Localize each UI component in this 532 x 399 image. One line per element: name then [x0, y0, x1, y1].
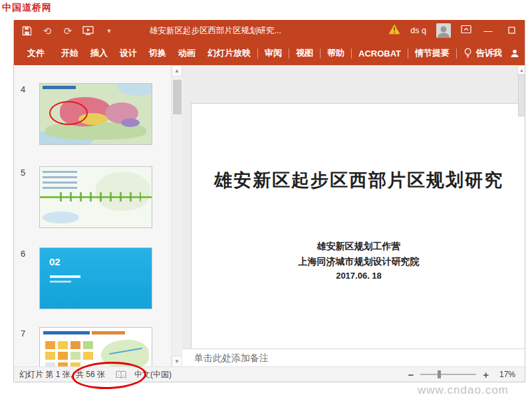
- slide-number-5: 5: [21, 168, 25, 178]
- undo-icon[interactable]: ⟲: [41, 25, 53, 37]
- art-shape: [121, 118, 140, 127]
- slide-editing-area: 雄安新区起步区西部片区规划研究 雄安新区规划工作营 上海同济城市规划设计研究院 …: [182, 65, 525, 348]
- account-name[interactable]: ds q: [410, 26, 426, 35]
- avatar[interactable]: [436, 23, 451, 38]
- slide-number-6: 6: [21, 249, 25, 259]
- tab-help[interactable]: 帮助: [321, 41, 350, 65]
- maximize-button[interactable]: [505, 26, 518, 36]
- art-shape: [96, 172, 150, 211]
- tab-slide-show[interactable]: 幻灯片放映: [201, 41, 257, 65]
- art-caption: [92, 331, 125, 334]
- slide-thumbnail-panel: 4 5 6 02 7: [14, 65, 171, 367]
- ribbon-display-options-icon[interactable]: [461, 25, 471, 37]
- status-bar: 幻灯片 第 1 张, 共 56 张 中文(中国) − + 17%: [14, 366, 525, 382]
- tab-separator: [408, 49, 408, 59]
- spellcheck-icon[interactable]: [116, 370, 126, 379]
- minimize-button[interactable]: —: [481, 26, 495, 36]
- notes-pane[interactable]: 单击此处添加备注: [182, 348, 525, 367]
- zoom-controls: − + 17%: [408, 370, 525, 380]
- zoom-in-button[interactable]: +: [483, 370, 489, 380]
- window-title: 雄安新区起步区西部片区规划研究...: [150, 25, 281, 37]
- save-icon[interactable]: [21, 25, 33, 37]
- tab-separator: [351, 49, 352, 59]
- quick-access-toolbar: ⟲ ⟳ ▾: [14, 25, 115, 37]
- art-caption: [43, 331, 90, 334]
- share-user-icon[interactable]: [510, 49, 525, 58]
- slide-subtitle-1[interactable]: 雄安新区规划工作营: [192, 241, 525, 253]
- slide-number-4: 4: [21, 84, 25, 94]
- tab-separator: [257, 49, 258, 59]
- art-shape: [101, 340, 149, 367]
- scrollbar-thumb[interactable]: [518, 75, 525, 116]
- slide-subtitle-2[interactable]: 上海同济城市规划设计研究院: [192, 256, 525, 268]
- tab-separator: [320, 49, 321, 59]
- tab-storyboarding[interactable]: 情节提要: [409, 41, 456, 65]
- ribbon-tabs: 文件 开始 插入 设计 切换 动画 幻灯片放映 审阅 视图 帮助 ACROBAT…: [14, 41, 525, 65]
- titlebar-right-controls: ds q —: [388, 23, 525, 38]
- powerpoint-window: ⟲ ⟳ ▾ 雄安新区起步区西部片区规划研究... ds q —: [13, 20, 525, 382]
- tab-file[interactable]: 文件: [19, 41, 53, 65]
- slide-title[interactable]: 雄安新区起步区西部片区规划研究: [192, 168, 525, 192]
- art-caption: [43, 86, 76, 89]
- title-bar: ⟲ ⟳ ▾ 雄安新区起步区西部片区规划研究... ds q —: [14, 20, 525, 41]
- art-shape: [60, 192, 141, 201]
- notes-placeholder[interactable]: 单击此处添加备注: [182, 352, 269, 364]
- art-shape: [117, 83, 152, 96]
- annotation-ring: [49, 101, 88, 125]
- tab-transitions[interactable]: 切换: [143, 41, 172, 65]
- tab-insert[interactable]: 插入: [84, 41, 114, 65]
- watermark-top: 中国道桥网: [2, 2, 52, 14]
- zoom-slider[interactable]: [420, 370, 476, 378]
- watermark-bottom: www.cndao.com: [418, 384, 509, 397]
- zoom-out-button[interactable]: −: [408, 370, 414, 380]
- qat-dropdown-icon[interactable]: ▾: [103, 25, 115, 37]
- tab-review[interactable]: 审阅: [259, 41, 288, 65]
- slide-thumbnail-6[interactable]: 02: [39, 247, 152, 309]
- thumbnail-scrollbar[interactable]: ▲ ▼: [171, 65, 182, 367]
- tab-view[interactable]: 视图: [290, 41, 319, 65]
- tab-animations[interactable]: 动画: [172, 41, 201, 65]
- slide-thumbnail-7[interactable]: [39, 327, 152, 367]
- lightbulb-icon: [464, 48, 472, 59]
- zoom-slider-thumb[interactable]: [438, 370, 441, 378]
- tab-home[interactable]: 开始: [55, 41, 84, 65]
- slide[interactable]: 雄安新区起步区西部片区规划研究 雄安新区规划工作营 上海同济城市规划设计研究院 …: [191, 103, 525, 348]
- art-shape: [43, 211, 79, 223]
- art-text-lines: [50, 281, 71, 283]
- tab-separator: [289, 49, 289, 59]
- canvas-scrollbar[interactable]: ▲: [517, 65, 525, 348]
- start-slideshow-icon[interactable]: [82, 25, 94, 37]
- tab-separator: [456, 49, 457, 59]
- zoom-level[interactable]: 17%: [495, 370, 515, 379]
- thumbnail-6-label: 02: [49, 256, 61, 267]
- art-text-lines: [50, 275, 80, 278]
- slide-thumbnail-5[interactable]: [39, 166, 152, 228]
- tab-acrobat[interactable]: ACROBAT: [352, 41, 407, 65]
- art-text-lines: [43, 171, 77, 190]
- warning-icon[interactable]: [388, 24, 400, 37]
- scrollbar-thumb[interactable]: [173, 80, 182, 114]
- slide-thumbnail-4[interactable]: [39, 83, 152, 145]
- scroll-up-button[interactable]: ▲: [172, 65, 182, 76]
- slide-counter-total: 共 56 张: [76, 369, 105, 380]
- tab-design[interactable]: 设计: [114, 41, 143, 65]
- language-indicator[interactable]: 中文(中国): [134, 369, 172, 380]
- scroll-up-button[interactable]: ▲: [517, 65, 525, 74]
- art-grid: [45, 341, 55, 349]
- slide-number-7: 7: [21, 329, 25, 338]
- tell-me[interactable]: 告诉我: [458, 41, 508, 65]
- redo-icon[interactable]: ⟳: [62, 25, 74, 37]
- tell-me-label: 告诉我: [476, 47, 502, 59]
- scroll-down-button[interactable]: ▼: [172, 356, 182, 367]
- slide-date[interactable]: 2017.06. 18: [192, 271, 525, 281]
- slide-counter: 幻灯片 第 1 张,: [19, 369, 72, 380]
